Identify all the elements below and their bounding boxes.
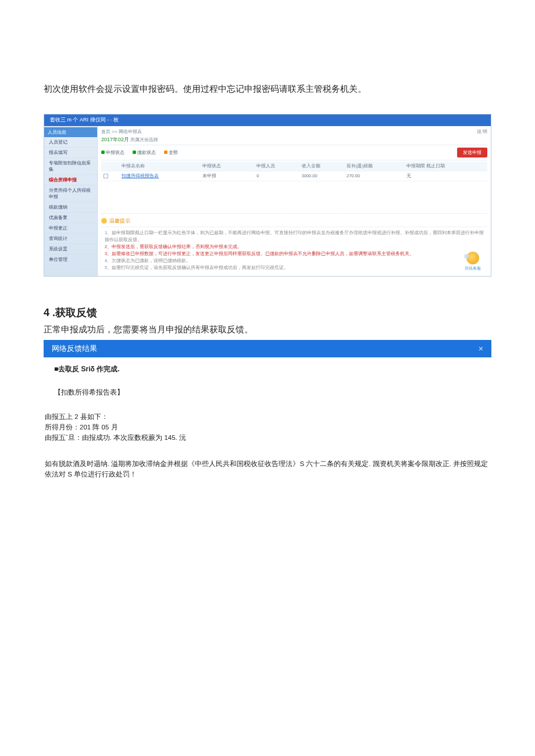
app-title-bar: 套收三 m 个 ARI 律仪同 - · 枚 <box>44 114 491 126</box>
feedback-title-bar: 网络反馈结果 × <box>44 340 491 357</box>
green-dot-icon <box>133 151 136 154</box>
row-people: 0 <box>254 171 299 181</box>
sidebar-item-5[interactable]: 税款缴纳 <box>44 202 97 213</box>
detail-line-1: 由报五上 2 县如下： <box>45 411 490 422</box>
sidebar-item-7[interactable]: 申报更正 <box>44 223 97 234</box>
sidebar-item-2[interactable]: 专项附加扣除信息采集 <box>44 158 97 175</box>
period-value: 2017年02月 <box>101 137 129 142</box>
th-name: 申报表名称 <box>119 162 200 171</box>
hint-title: 温馨提示 <box>101 217 487 227</box>
send-declare-button[interactable]: 发送申报 <box>457 148 487 157</box>
feedback-body: ■去取反 Sriδ 作完成. 【扣数所得希报告表】 <box>44 357 491 399</box>
sidebar-item-10[interactable]: 单位管理 <box>44 255 97 265</box>
th-income: 收入金额 <box>299 162 344 171</box>
th-status: 申报状态 <box>200 162 245 171</box>
feedback-line-1: ■去取反 Sriδ 作完成. <box>54 363 481 375</box>
hint-item-2: 2、申报发送后，需获取反馈确认申报结果，否则视为申报未完成。 <box>101 243 487 250</box>
row-status: 未申报 <box>200 171 245 181</box>
th-check <box>101 162 119 171</box>
green-dot-icon <box>101 151 105 154</box>
period-row: 2017年02月 所属月份选择 <box>101 136 487 144</box>
section-4-heading: 4 .获取反馈 <box>44 306 491 320</box>
sidebar: 人员信息 人员登记 报表填写 专项附加扣除信息采集 综合所得申报 分类所得个人所… <box>44 126 98 276</box>
hint-item-1: 1、如申报期限截止日期一栏显示为红色字体，则为已超期，不能再进行网络申报。可直接… <box>101 230 487 243</box>
hint-item-3: 3、如需修改已申报数据，可进行申报更正，发送更正申报后同样需获取反馈。已缴款的申… <box>101 250 487 257</box>
detail-block: 由报五上 2 县如下： 所得月份：201 阵 05 月 由报五ˆ旦：由报成功. … <box>44 411 491 443</box>
content-area: 首页 >> 网络申报表 说 明 2017年02月 所属月份选择 申报状态 缴款状… <box>98 126 491 276</box>
intro-paragraph: 初次使用软件会提示设置申报密码。使用过程中忘记申报密码请联系主管税务机关。 <box>44 81 491 96</box>
app-title: 套收三 m 个 ARI 律仪同 - · 枚 <box>50 116 119 124</box>
th-deadline: 申报期限 截止日期 <box>404 162 487 171</box>
breadcrumb: 首页 >> 网络申报表 <box>101 128 142 135</box>
filter-status-label: 申报状态 <box>106 149 124 156</box>
feedback-bar-title: 网络反馈结果 <box>52 343 97 354</box>
filter-all[interactable]: 全部 <box>164 149 178 156</box>
sidebar-item-9[interactable]: 系统设置 <box>44 244 97 255</box>
detail-line-3: 由报五ˆ旦：由报成功. 本次应数税蕨为 145. 沅 <box>45 432 490 443</box>
declare-table: 申报表名称 申报状态 申报人员 收入金额 应补(退)税额 申报期限 截止日期 <box>101 162 487 181</box>
th-tax: 应补(退)税额 <box>344 162 404 171</box>
note-text: 如有脱款酒及时遢纳. 溢期将加收滞纳金并根据《中些人民共和国税收征收告理法》S … <box>45 460 488 478</box>
sidebar-header: 人员信息 <box>44 127 97 137</box>
close-icon[interactable]: × <box>479 344 483 353</box>
th-blank <box>245 162 254 171</box>
hint-item-5: 5、如需打印完税凭证，请先获取反馈确认所有申报表申报成功后，再发起打印完税凭证。 <box>101 264 487 271</box>
row-checkbox[interactable] <box>104 174 108 178</box>
row-deadline: 无 <box>404 171 487 181</box>
sidebar-item-6[interactable]: 优惠备案 <box>44 213 97 223</box>
mascot[interactable]: 在线客服 <box>463 248 483 271</box>
tax-app-screenshot: 套收三 m 个 ARI 律仪同 - · 枚 人员信息 人员登记 报表填写 专项附… <box>44 114 491 277</box>
hint-block: 温馨提示 1、如申报期限截止日期一栏显示为红色字体，则为已超期，不能再进行网络申… <box>101 213 487 271</box>
table-row[interactable]: 扣缴所得税报告表 未申报 0 3000.00 270.00 无 <box>101 171 487 181</box>
bee-icon <box>466 252 479 264</box>
hint-list: 1、如申报期限截止日期一栏显示为红色字体，则为已超期，不能再进行网络申报。可直接… <box>101 230 487 271</box>
sidebar-item-0[interactable]: 人员登记 <box>44 137 97 148</box>
filter-pay-label: 缴款状态 <box>137 149 156 156</box>
filter-row: 申报状态 缴款状态 全部 发送申报 <box>101 145 487 160</box>
filter-status[interactable]: 申报状态 <box>101 149 124 156</box>
sidebar-item-1[interactable]: 报表填写 <box>44 148 97 158</box>
filter-pay[interactable]: 缴款状态 <box>133 149 156 156</box>
period-suffix: 所属月份选择 <box>130 137 158 142</box>
sidebar-item-4[interactable]: 分类所得个人所得税申报 <box>44 185 97 202</box>
sidebar-item-3[interactable]: 综合所得申报 <box>44 175 97 185</box>
th-people: 申报人员 <box>254 162 299 171</box>
help-label[interactable]: 说 明 <box>477 128 487 135</box>
section-4-desc: 正常申报成功后，您需要将当月申报的结果获取反馈。 <box>44 324 491 335</box>
detail-line-2: 所得月份：201 阵 05 月 <box>45 422 490 432</box>
filter-all-label: 全部 <box>169 149 178 156</box>
lightbulb-icon <box>101 218 107 224</box>
orange-dot-icon <box>164 151 167 154</box>
feedback-line-2: 【扣数所得希报告表】 <box>54 386 481 398</box>
hint-title-text: 温馨提示 <box>109 217 130 225</box>
hint-item-4: 4、欠缴状态为已缴款，说明已缴纳税款。 <box>101 257 487 264</box>
row-name-link[interactable]: 扣缴所得税报告表 <box>122 173 159 178</box>
sidebar-item-8[interactable]: 查询统计 <box>44 234 97 244</box>
mascot-label: 在线客服 <box>465 266 481 271</box>
row-tax: 270.00 <box>344 171 404 181</box>
note-block: 如有脱款酒及时遢纳. 溢期将加收滞纳金并根据《中些人民共和国税收征收告理法》S … <box>44 458 491 480</box>
row-income: 3000.00 <box>299 171 344 181</box>
